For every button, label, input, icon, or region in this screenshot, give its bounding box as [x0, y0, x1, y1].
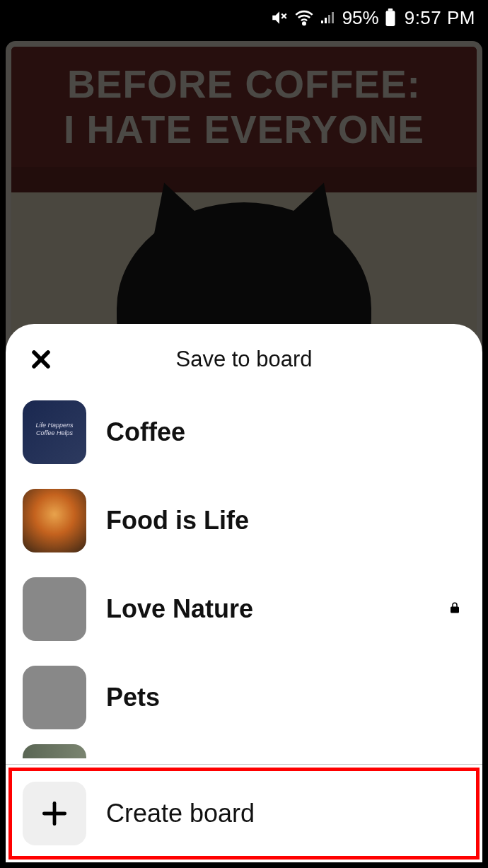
clock-time: 9:57 PM: [405, 7, 475, 29]
board-thumb: Life HappensCoffee Helps: [23, 400, 86, 464]
plus-icon: [23, 782, 86, 845]
board-thumb: [23, 577, 86, 641]
board-row-coffee[interactable]: Life HappensCoffee Helps Coffee: [23, 388, 465, 476]
create-board-label: Create board: [106, 799, 255, 828]
svg-rect-4: [388, 8, 393, 11]
board-thumb: [23, 744, 86, 758]
board-label: Coffee: [106, 417, 465, 447]
svg-point-2: [303, 22, 306, 24]
board-row-nature[interactable]: Love Nature: [23, 565, 465, 653]
close-button[interactable]: [27, 345, 55, 374]
battery-percentage: 95%: [342, 7, 379, 29]
signal-icon: [320, 9, 337, 26]
svg-rect-3: [385, 11, 395, 26]
board-thumb: [23, 666, 86, 729]
board-thumb: [23, 489, 86, 552]
sheet-title: Save to board: [6, 347, 482, 372]
create-board-button[interactable]: Create board: [6, 765, 482, 862]
wifi-icon: [294, 8, 314, 28]
board-label: Food is Life: [106, 506, 465, 536]
board-label: Pets: [106, 683, 465, 712]
lock-icon: [444, 600, 465, 618]
board-row-food[interactable]: Food is Life: [23, 476, 465, 565]
mute-vibrate-icon: [270, 8, 289, 27]
save-to-board-sheet: Save to board Life HappensCoffee Helps C…: [6, 324, 482, 862]
board-label: Love Nature: [106, 594, 424, 624]
board-row-pets[interactable]: Pets: [23, 653, 465, 741]
board-row-partial[interactable]: [23, 741, 465, 761]
battery-icon: [385, 8, 396, 27]
board-list[interactable]: Life HappensCoffee Helps Coffee Food is …: [6, 388, 482, 764]
status-bar: 95% 9:57 PM: [0, 0, 488, 35]
